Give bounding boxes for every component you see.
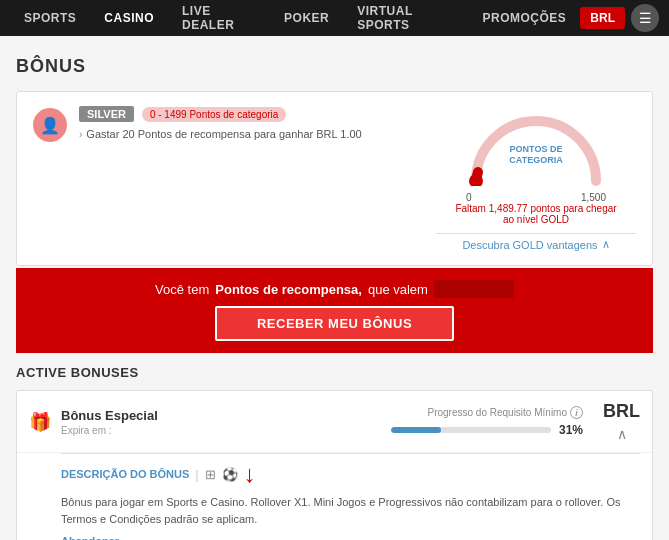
desc-link-row-1: DESCRIÇÃO DO BÔNUS | ⊞ ⚽ ↓ (61, 460, 640, 488)
nav-live-dealer[interactable]: LIVE DEALER (168, 0, 270, 36)
silver-label: SILVER (79, 106, 134, 122)
bonus-1-expiry: Expira em : (61, 425, 381, 436)
brl-button[interactable]: BRL (580, 7, 625, 29)
abandonar-button-1[interactable]: Abandonar (61, 535, 119, 540)
nav-items: SPORTS CASINO LIVE DEALER POKER VIRTUAL … (10, 0, 580, 36)
red-banner: Você tem Pontos de recompensa, que valem… (16, 268, 653, 353)
gauge-container: PONTOS DECATEGORIA (466, 106, 606, 186)
bonus-row-1-right: Progresso do Requisito Mínimo i 31% (391, 406, 583, 437)
bonus-1-details: DESCRIÇÃO DO BÔNUS | ⊞ ⚽ ↓ Bônus para jo… (17, 452, 652, 540)
divider-2 (61, 453, 640, 454)
silver-row: SILVER 0 - 1499 Pontos de categoria (79, 106, 424, 122)
bonus-row-1: 🎁 Bônus Especial Expira em : Progresso d… (16, 390, 653, 540)
category-badge: 0 - 1499 Pontos de categoria (142, 107, 286, 122)
table-icon-1[interactable]: ⊞ (205, 467, 216, 482)
banner-highlight: Pontos de recompensa, (215, 282, 362, 297)
nav-promocoes[interactable]: PROMOÇÕES (468, 0, 580, 36)
bonus-1-progress-fill (391, 427, 441, 433)
points-row: › Gastar 20 Pontos de recompensa para ga… (79, 128, 424, 140)
divider (436, 233, 636, 234)
navigation: SPORTS CASINO LIVE DEALER POKER VIRTUAL … (0, 0, 669, 36)
gauge-center-label: PONTOS DECATEGORIA (509, 144, 562, 166)
bonus-1-currency: BRL (603, 401, 640, 422)
nav-casino[interactable]: CASINO (90, 0, 168, 36)
chevron-right-icon: › (79, 129, 82, 140)
desc-link-1[interactable]: DESCRIÇÃO DO BÔNUS (61, 468, 189, 480)
bonus-row-1-header: 🎁 Bônus Especial Expira em : Progresso d… (17, 391, 652, 452)
avatar-area: 👤 (33, 106, 67, 251)
faltam-text: Faltam 1,489.77 pontos para chegar ao ní… (455, 203, 616, 225)
banner-amount (434, 280, 514, 298)
discover-link[interactable]: Descubra GOLD vantagens ∧ (462, 238, 609, 251)
chevron-up-icon: ∧ (602, 238, 610, 251)
red-arrow-icon: ↓ (244, 460, 256, 488)
bonus-row-1-info: Bônus Especial Expira em : (61, 408, 381, 436)
page-content: BÔNUS 👤 SILVER 0 - 1499 Pontos de catego… (0, 36, 669, 540)
gauge-area: PONTOS DECATEGORIA 0 1,500 Faltam 1,489.… (436, 106, 636, 251)
collapse-button-1[interactable]: ∧ (613, 426, 631, 442)
bonus-1-progress-bar (391, 427, 551, 433)
nav-poker[interactable]: POKER (270, 0, 343, 36)
bonus-1-pct: 31% (559, 423, 583, 437)
active-bonuses-title: ACTIVE BONUSES (16, 365, 653, 380)
info-icon-1[interactable]: i (570, 406, 583, 419)
banner-text-row: Você tem Pontos de recompensa, que valem (155, 280, 514, 298)
receber-button[interactable]: RECEBER MEU BÔNUS (215, 306, 454, 341)
page-title: BÔNUS (16, 56, 653, 77)
banner-suffix: que valem (368, 282, 428, 297)
banner-prefix: Você tem (155, 282, 209, 297)
user-silhouette-icon: 👤 (40, 116, 60, 135)
points-text: Gastar 20 Pontos de recompensa para ganh… (86, 128, 361, 140)
nav-sports[interactable]: SPORTS (10, 0, 90, 36)
bonus-1-name: Bônus Especial (61, 408, 381, 423)
nav-virtual-sports[interactable]: VIRTUAL SPORTS (343, 0, 468, 36)
gift-icon-1: 🎁 (29, 411, 51, 433)
nav-right: BRL ☰ (580, 4, 659, 32)
avatar: 👤 (33, 108, 67, 142)
gauge-max: 1,500 (581, 192, 606, 203)
user-menu-button[interactable]: ☰ (631, 4, 659, 32)
bonus-1-desc-text: Bônus para jogar em Sports e Casino. Rol… (61, 494, 640, 527)
discover-label: Descubra GOLD vantagens (462, 239, 597, 251)
user-icon: ☰ (639, 10, 652, 26)
bonus-info: SILVER 0 - 1499 Pontos de categoria › Ga… (79, 106, 424, 251)
silver-card: 👤 SILVER 0 - 1499 Pontos de categoria › … (16, 91, 653, 266)
bonus-1-progress-label: Progresso do Requisito Mínimo i (427, 406, 583, 419)
gauge-labels: 0 1,500 (466, 192, 606, 203)
gauge-min: 0 (466, 192, 472, 203)
soccer-icon-1[interactable]: ⚽ (222, 467, 238, 482)
